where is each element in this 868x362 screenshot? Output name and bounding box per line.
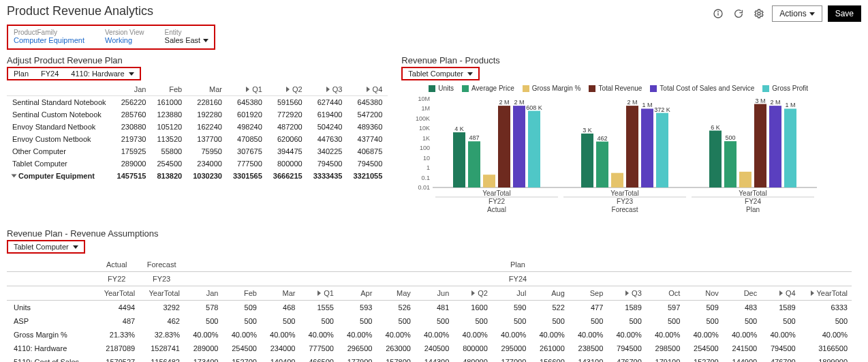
cell[interactable]: 40.00%	[261, 328, 299, 342]
cell[interactable]: 1555	[299, 301, 337, 315]
cell[interactable]: 55800	[151, 145, 187, 157]
cell[interactable]: 289000	[184, 342, 222, 355]
cell[interactable]: 800000	[453, 342, 491, 355]
cell[interactable]: 591560	[268, 96, 308, 109]
col-q3[interactable]: Q3	[308, 83, 348, 96]
cell[interactable]: 113520	[151, 133, 187, 145]
hdr-apr[interactable]: Apr	[338, 286, 376, 301]
table-row[interactable]: Tablet Computer2890002545002340007775008…	[7, 157, 388, 170]
chart-pov-dropdown[interactable]: Tablet Computer	[401, 67, 480, 80]
chart-bar[interactable]	[709, 131, 722, 187]
version-view-value[interactable]: Working	[105, 36, 144, 44]
hdr-may[interactable]: May	[376, 286, 414, 301]
hdr-yt2[interactable]: YearTotal	[139, 286, 184, 301]
cell[interactable]: 500	[761, 314, 799, 328]
cell[interactable]: 504240	[308, 121, 348, 133]
table-row[interactable]: Gross Margin %21.33%32.83%40.00%40.00%40…	[7, 328, 852, 342]
chart-bar[interactable]	[769, 106, 781, 187]
chart-bar[interactable]	[611, 173, 623, 187]
cell[interactable]: 21.33%	[94, 328, 139, 342]
cell[interactable]: 157800	[376, 355, 414, 362]
table-total-row[interactable]: Computer Equipment1457515813820103023033…	[7, 170, 388, 182]
cell[interactable]: 1589	[607, 301, 645, 315]
legend-item[interactable]: Total Revenue	[589, 85, 642, 92]
col-q2[interactable]: Q2	[268, 83, 308, 96]
cell[interactable]: 263000	[376, 342, 414, 355]
table-row[interactable]: Units44943292578509468155559352648116005…	[7, 301, 852, 315]
chart-bar[interactable]	[596, 142, 608, 187]
cell[interactable]: 40.00%	[569, 328, 607, 342]
cell[interactable]: 645380	[228, 96, 268, 109]
cell[interactable]: 340225	[308, 145, 348, 157]
cell[interactable]: 4494	[94, 301, 139, 315]
cell[interactable]: 522	[530, 301, 568, 315]
cell[interactable]: 597	[646, 301, 684, 315]
cell[interactable]: 500	[530, 314, 568, 328]
table-row[interactable]: Other Computer17592555800759503076753944…	[7, 145, 388, 157]
cell[interactable]: 228160	[187, 96, 228, 109]
col-q1[interactable]: Q1	[228, 83, 268, 96]
chart-bar[interactable]	[581, 134, 593, 187]
chart-bar[interactable]	[784, 108, 796, 187]
cell[interactable]: 794500	[607, 342, 645, 355]
cell[interactable]: 254500	[222, 342, 260, 355]
product-family-value[interactable]: Computer Equipment	[14, 36, 84, 44]
hdr-q4[interactable]: Q4	[761, 286, 799, 301]
cell[interactable]: 394475	[268, 145, 308, 157]
cell[interactable]: 3166500	[800, 342, 852, 355]
cell[interactable]: 156600	[530, 355, 568, 362]
legend-item[interactable]: Gross Margin %	[523, 85, 581, 92]
chart-bar[interactable]	[468, 141, 480, 187]
cell[interactable]: 483	[723, 301, 761, 315]
cell[interactable]: 40.00%	[684, 328, 722, 342]
col-feb[interactable]: Feb	[151, 83, 187, 96]
cell[interactable]: 481	[415, 301, 453, 315]
adjust-grid[interactable]: Jan Feb Mar Q1 Q2 Q3 Q4 Sentinal Standar…	[7, 83, 388, 182]
cell[interactable]: 40.00%	[184, 328, 222, 342]
cell[interactable]: 2187089	[94, 342, 139, 355]
cell[interactable]: 470850	[228, 133, 268, 145]
cell[interactable]: 162240	[187, 121, 228, 133]
table-row[interactable]: 4110: Hardware21870891528741289000254500…	[7, 342, 852, 355]
cell[interactable]: 462	[139, 314, 184, 328]
hdr-q1[interactable]: Q1	[299, 286, 337, 301]
chart-bar[interactable]	[528, 111, 540, 187]
cell[interactable]: 500	[646, 314, 684, 328]
cell[interactable]: 40.00%	[607, 328, 645, 342]
hdr-nov[interactable]: Nov	[684, 286, 722, 301]
cell[interactable]: 285760	[112, 108, 152, 121]
cell[interactable]: 489360	[347, 121, 388, 133]
cell[interactable]: 161000	[151, 96, 187, 109]
cell[interactable]: 144900	[723, 355, 761, 362]
cell[interactable]: 179100	[646, 355, 684, 362]
cell[interactable]: 590	[492, 301, 530, 315]
cell[interactable]: 500	[415, 314, 453, 328]
cell[interactable]: 140400	[261, 355, 299, 362]
cell[interactable]: 296500	[338, 342, 376, 355]
cell[interactable]: 487	[94, 314, 139, 328]
cell[interactable]: 219730	[112, 133, 152, 145]
hdr-mar[interactable]: Mar	[261, 286, 299, 301]
cell[interactable]: 509	[222, 301, 260, 315]
hdr-fy24[interactable]: FY24	[184, 272, 852, 286]
hdr-q3[interactable]: Q3	[607, 286, 645, 301]
hdr-jul[interactable]: Jul	[492, 286, 530, 301]
col-jan[interactable]: Jan	[112, 83, 152, 96]
hdr-plan[interactable]: Plan	[184, 258, 852, 272]
save-button[interactable]: Save	[828, 5, 861, 22]
hdr-fy23[interactable]: FY23	[139, 272, 184, 286]
chart-bar[interactable]	[483, 175, 495, 187]
cell[interactable]: 40.00%	[222, 328, 260, 342]
legend-item[interactable]: Units	[429, 85, 454, 92]
adjust-account-dropdown[interactable]: 4110: Hardware	[71, 70, 134, 78]
cell[interactable]: 487200	[268, 121, 308, 133]
cell[interactable]: 143100	[569, 355, 607, 362]
cell[interactable]: 1589	[761, 301, 799, 315]
cell[interactable]: 500	[492, 314, 530, 328]
chart-bar[interactable]	[754, 104, 766, 187]
cell[interactable]: 40.00%	[530, 328, 568, 342]
cell[interactable]: 476700	[607, 355, 645, 362]
actions-button[interactable]: Actions	[772, 5, 822, 22]
cell[interactable]: 500	[684, 314, 722, 328]
cell[interactable]: 3292	[139, 301, 184, 315]
